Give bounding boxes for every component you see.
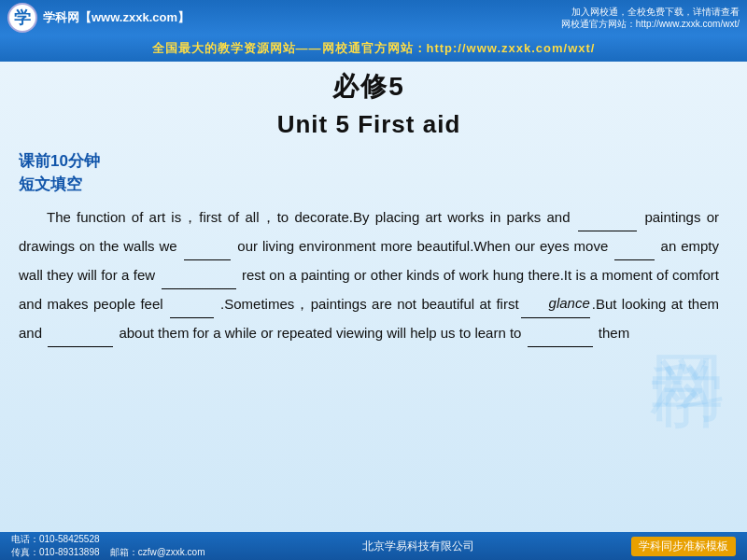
blank-6-glance: glance <box>521 289 590 318</box>
blank-4 <box>162 260 236 289</box>
blank-8 <box>528 318 593 347</box>
banner-link-text: 网校通官方网站：http://www.zxxk.com/wxt/ <box>561 18 740 30</box>
article-p3: our living environment more beautiful.Wh… <box>237 238 608 254</box>
blank-7 <box>48 318 113 347</box>
second-bar: 全国最大的教学资源网站——网校通官方网站：http://www.zxxk.com… <box>0 35 747 62</box>
footer-contact: 电话：010-58425528 传真：010-89313898 邮箱：czfw@… <box>11 533 204 559</box>
site-logo: 学 <box>7 3 37 33</box>
second-bar-text: 全国最大的教学资源网站——网校通官方网站：http://www.zxxk.com… <box>152 40 596 57</box>
footer: 电话：010-58425528 传真：010-89313898 邮箱：czfw@… <box>0 532 747 560</box>
footer-phone2-email: 传真：010-89313898 邮箱：czfw@zxxk.com <box>11 546 204 559</box>
footer-phone1: 电话：010-58425528 <box>11 533 204 546</box>
blank-2 <box>184 231 232 260</box>
main-content: 学科网 必修5 Unit 5 First aid 课前10分钟 短文填空 The… <box>0 62 747 532</box>
section-title-1: 课前10分钟 <box>19 150 719 172</box>
footer-brand: 学科同步准标模板 <box>631 537 736 556</box>
banner-left: 学 学科网【www.zxxk.com】 <box>7 3 190 33</box>
blank-5 <box>170 289 214 318</box>
footer-email: 邮箱：czfw@zxxk.com <box>110 547 205 557</box>
article-body: The function of art is，first of all，to d… <box>19 203 719 347</box>
article-p6: .Sometimes，paintings are not beautiful a… <box>220 296 519 312</box>
blank-1 <box>578 203 637 231</box>
blank-3 <box>614 231 655 260</box>
top-banner: 学 学科网【www.zxxk.com】 加入网校通，全校免费下载，详情请查看 网… <box>0 0 747 35</box>
main-title: 必修5 <box>19 69 719 105</box>
banner-url-text: 学科网【www.zxxk.com】 <box>43 9 190 26</box>
article-p7: about them for a while or repeated viewi… <box>119 325 521 341</box>
article-p1: The function of art is，first of all，to d… <box>47 209 571 225</box>
section-title-2: 短文填空 <box>19 174 719 195</box>
banner-right: 加入网校通，全校免费下载，详情请查看 网校通官方网站：http://www.zx… <box>561 6 740 30</box>
banner-promo-text: 加入网校通，全校免费下载，详情请查看 <box>561 6 740 18</box>
footer-company: 北京学易科技有限公司 <box>362 539 474 554</box>
article-p8: them <box>599 325 629 341</box>
unit-title: Unit 5 First aid <box>19 110 719 139</box>
footer-phone2: 传真：010-89313898 <box>11 547 100 557</box>
